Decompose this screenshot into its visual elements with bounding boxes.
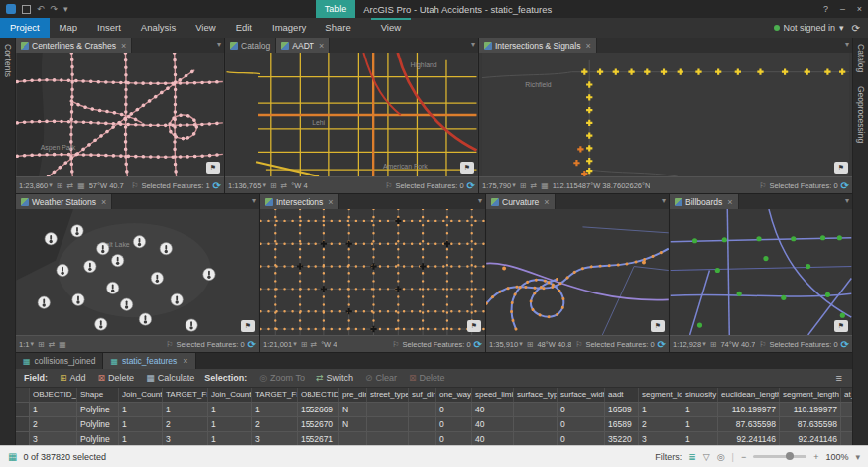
sign-in-status[interactable]: Not signed in ▾ bbox=[774, 23, 844, 33]
column-header-target_fid[interactable]: TARGET_FID bbox=[252, 388, 298, 402]
select-tool-icon[interactable]: ⊞ bbox=[57, 181, 63, 190]
pane-menu-caret-icon[interactable]: ▾ bbox=[471, 40, 475, 49]
pane-menu-caret-icon[interactable]: ▾ bbox=[478, 196, 482, 205]
swap-view-icon[interactable]: ⇄ bbox=[530, 181, 537, 190]
close-tab-icon[interactable]: × bbox=[183, 356, 187, 366]
scale-caret-icon[interactable]: ▾ bbox=[512, 181, 516, 189]
table-cell[interactable] bbox=[841, 417, 852, 431]
navigator-flag-icon[interactable]: ⚑ bbox=[206, 162, 220, 174]
close-tab-icon[interactable]: × bbox=[727, 197, 732, 207]
scale-caret-icon[interactable]: ▾ bbox=[702, 340, 706, 348]
pane-menu-caret-icon[interactable]: ▾ bbox=[845, 40, 849, 49]
table-cell[interactable] bbox=[409, 403, 436, 416]
table-row[interactable]: 3Polyline131315526710400352203192.241146… bbox=[16, 432, 852, 446]
pane-menu-caret-icon[interactable]: ▾ bbox=[662, 196, 666, 205]
ribbon-tab-share[interactable]: Share bbox=[315, 18, 360, 38]
table-cell[interactable]: Polyline bbox=[77, 403, 119, 416]
row-selector[interactable] bbox=[16, 432, 30, 446]
quick-access-caret-icon[interactable]: ▾ bbox=[63, 4, 68, 14]
ribbon-tab-view[interactable]: View bbox=[186, 18, 225, 38]
table-cell[interactable] bbox=[514, 432, 558, 446]
view-tab-centerlines-crashes[interactable]: Centerlines & Crashes × bbox=[16, 38, 132, 53]
refresh-icon[interactable]: ⟳ bbox=[248, 339, 256, 350]
row-selector[interactable] bbox=[16, 417, 30, 431]
save-icon[interactable] bbox=[22, 5, 31, 14]
table-cell[interactable]: 1 bbox=[682, 432, 718, 446]
swap-view-icon[interactable]: ⇄ bbox=[281, 181, 288, 190]
table-cell[interactable]: 1 bbox=[682, 403, 718, 416]
table-cell[interactable]: 92.241146 bbox=[718, 432, 780, 446]
table-row[interactable]: 2Polyline12121552670N0400165892187.63559… bbox=[16, 417, 852, 432]
table-cell[interactable]: 40 bbox=[472, 403, 514, 416]
refresh-icon[interactable]: ⟳ bbox=[841, 180, 849, 191]
table-cell[interactable]: 1 bbox=[252, 403, 298, 416]
column-header-at_inter[interactable]: at_inter bbox=[841, 388, 852, 402]
scale-input[interactable]: 1:35,910 bbox=[489, 340, 518, 349]
column-header-objectid_1[interactable]: OBJECTID_1 bbox=[30, 388, 77, 402]
column-header-one_way[interactable]: one_way bbox=[436, 388, 472, 402]
column-header-street_type[interactable]: street_type bbox=[367, 388, 409, 402]
column-header-join_count[interactable]: Join_Count bbox=[208, 388, 252, 402]
table-cell[interactable]: 1 bbox=[119, 403, 163, 416]
column-header-suf_dir[interactable]: suf_dir bbox=[409, 388, 436, 402]
select-tool-icon[interactable]: ⊞ bbox=[270, 181, 277, 190]
column-header-surface_type[interactable]: surface_type bbox=[514, 388, 558, 402]
table-cell[interactable]: 40 bbox=[472, 432, 514, 446]
view-tab-intersections[interactable]: Intersections × bbox=[260, 194, 339, 209]
close-tab-icon[interactable]: × bbox=[544, 197, 549, 207]
column-header-target_fid[interactable]: TARGET_FID bbox=[163, 388, 208, 402]
ribbon-tab-edit[interactable]: Edit bbox=[226, 18, 262, 38]
swap-view-icon[interactable]: ⇄ bbox=[49, 340, 56, 349]
map-canvas[interactable]: ⚑ bbox=[670, 209, 852, 335]
table-cell[interactable]: Polyline bbox=[77, 417, 119, 431]
table-cell[interactable]: 1552671 bbox=[298, 432, 339, 446]
column-header-sinuosity[interactable]: sinuosity bbox=[682, 388, 718, 402]
column-header-segment_id[interactable]: segment_id bbox=[639, 388, 682, 402]
add-button[interactable]: ⊞Add bbox=[54, 369, 92, 387]
table-cell[interactable]: 2 bbox=[252, 417, 298, 431]
view-tab-catalog[interactable]: Catalog bbox=[225, 38, 276, 53]
table-cell[interactable]: 1 bbox=[163, 403, 208, 416]
geoprocessing-dock-tab[interactable]: Geoprocessing bbox=[856, 86, 866, 143]
scale-caret-icon[interactable]: ▾ bbox=[519, 340, 523, 348]
table-cell[interactable]: 3 bbox=[163, 432, 208, 446]
table-cell[interactable]: N bbox=[339, 403, 367, 416]
map-canvas[interactable]: ⚑ bbox=[260, 209, 485, 335]
refresh-icon[interactable]: ⟳ bbox=[213, 180, 221, 191]
pane-menu-caret-icon[interactable]: ▾ bbox=[217, 40, 221, 49]
table-row[interactable]: 1Polyline11111552669N04001658911110.1999… bbox=[16, 403, 852, 417]
pane-menu-caret-icon[interactable]: ▾ bbox=[845, 196, 849, 205]
zoom-caret-icon[interactable]: ▾ bbox=[855, 452, 860, 462]
table-cell[interactable]: 1 bbox=[682, 417, 718, 431]
column-header-euclidean_length[interactable]: euclidean_length bbox=[718, 388, 780, 402]
table-cell[interactable]: 0 bbox=[436, 403, 472, 416]
zoom-out-icon[interactable]: − bbox=[741, 452, 746, 462]
table-cell[interactable]: 40 bbox=[472, 417, 514, 431]
close-tab-icon[interactable]: × bbox=[101, 197, 106, 207]
map-canvas[interactable]: Salt Lake ⚑ bbox=[16, 209, 259, 335]
ribbon-tab-insert[interactable]: Insert bbox=[87, 18, 131, 38]
select-tool-icon[interactable]: ⊞ bbox=[38, 340, 45, 349]
table-cell[interactable]: 0 bbox=[436, 432, 472, 446]
table-cell[interactable] bbox=[339, 432, 367, 446]
zoom-slider[interactable] bbox=[753, 455, 806, 458]
delete-button[interactable]: ⊠Delete bbox=[92, 369, 141, 387]
view-tab-curvature[interactable]: Curvature × bbox=[486, 194, 556, 209]
table-options-menu-icon[interactable]: ≡ bbox=[836, 372, 846, 384]
table-cell[interactable]: Polyline bbox=[77, 432, 119, 446]
table-cell[interactable]: 1 bbox=[30, 403, 77, 416]
navigator-flag-icon[interactable]: ⚑ bbox=[241, 320, 255, 332]
close-tab-icon[interactable]: × bbox=[121, 41, 126, 51]
table-cell[interactable] bbox=[367, 432, 409, 446]
view-tab-billboards[interactable]: Billboards × bbox=[670, 194, 739, 209]
table-cell[interactable]: 3 bbox=[639, 432, 682, 446]
scale-input[interactable]: 1:75,790 bbox=[482, 181, 511, 190]
table-cell[interactable]: 0 bbox=[436, 417, 472, 431]
filter-icon[interactable]: ▽ bbox=[703, 452, 710, 462]
scale-input[interactable]: 1:1 bbox=[19, 340, 29, 349]
select-all-cell[interactable] bbox=[16, 388, 30, 402]
ribbon-tab-map[interactable]: Map bbox=[50, 18, 87, 38]
minimize-button[interactable]: – bbox=[834, 0, 851, 18]
table-tab-collisions-joined[interactable]: ▦ collisions_joined bbox=[16, 353, 103, 369]
column-header-objectid[interactable]: OBJECTID bbox=[298, 388, 339, 402]
